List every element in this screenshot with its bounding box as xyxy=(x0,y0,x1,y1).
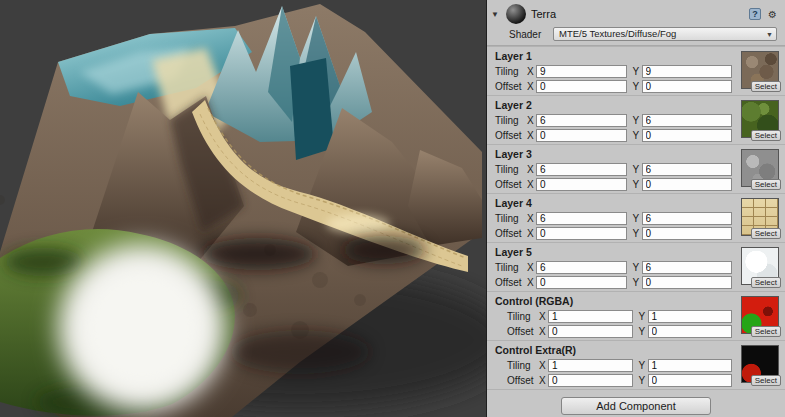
offset-label: Offset xyxy=(495,326,539,337)
layer4-tiling-y-input[interactable] xyxy=(642,212,733,225)
layer4-tiling-x-input[interactable] xyxy=(536,212,627,225)
layer-3-section: Layer 3 Tiling X Y Offset X Y xyxy=(487,144,785,193)
material-preview-sphere xyxy=(506,4,526,24)
control-rgba-offset-x-input[interactable] xyxy=(548,325,633,338)
help-icon[interactable]: ? xyxy=(749,8,761,20)
foldout-arrow-icon[interactable]: ▼ xyxy=(491,10,501,19)
control-extra-offset-y-input[interactable] xyxy=(648,374,733,387)
x-label: X xyxy=(527,262,536,273)
control-extra-tiling-y-input[interactable] xyxy=(648,359,733,372)
offset-label: Offset xyxy=(495,228,527,239)
layer3-tiling-x-input[interactable] xyxy=(536,163,627,176)
shader-label: Shader xyxy=(509,29,547,40)
terrain-render xyxy=(0,0,486,417)
x-label: X xyxy=(527,228,536,239)
layer5-offset-y-input[interactable] xyxy=(642,276,733,289)
offset-label: Offset xyxy=(495,130,527,141)
layer5-tiling-x-input[interactable] xyxy=(536,261,627,274)
y-label: Y xyxy=(633,81,642,92)
x-label: X xyxy=(527,115,536,126)
tiling-label: Tiling xyxy=(495,360,539,371)
offset-label: Offset xyxy=(495,277,527,288)
tiling-label: Tiling xyxy=(495,213,527,224)
control-title: Control Extra(R) xyxy=(489,343,738,357)
x-label: X xyxy=(527,81,536,92)
layer3-offset-y-input[interactable] xyxy=(642,178,733,191)
y-label: Y xyxy=(633,164,642,175)
control-rgba-select-button[interactable]: Select xyxy=(751,326,781,337)
layer2-select-button[interactable]: Select xyxy=(751,130,781,141)
y-label: Y xyxy=(633,213,642,224)
layer3-select-button[interactable]: Select xyxy=(751,179,781,190)
layer1-select-button[interactable]: Select xyxy=(751,81,781,92)
layer1-offset-y-input[interactable] xyxy=(642,80,733,93)
layer5-select-button[interactable]: Select xyxy=(751,277,781,288)
control-rgba-tiling-x-input[interactable] xyxy=(548,310,633,323)
control-extra-section: Control Extra(R) Tiling X Y Offset X Y xyxy=(487,340,785,389)
y-label: Y xyxy=(633,262,642,273)
x-label: X xyxy=(527,130,536,141)
shader-dropdown[interactable]: MTE/5 Textures/Diffuse/Fog ▼ xyxy=(553,27,777,41)
layer-title: Layer 3 xyxy=(489,147,738,161)
control-title: Control (RGBA) xyxy=(489,294,738,308)
control-rgba-offset-y-input[interactable] xyxy=(648,325,733,338)
layer-title: Layer 1 xyxy=(489,49,738,63)
y-label: Y xyxy=(633,130,642,141)
layer5-offset-x-input[interactable] xyxy=(536,276,627,289)
y-label: Y xyxy=(633,66,642,77)
layer-title: Layer 4 xyxy=(489,196,738,210)
scene-viewport[interactable] xyxy=(0,0,486,417)
tiling-label: Tiling xyxy=(495,164,527,175)
layer-title: Layer 2 xyxy=(489,98,738,112)
x-label: X xyxy=(539,360,548,371)
layer4-offset-y-input[interactable] xyxy=(642,227,733,240)
shader-row: Shader MTE/5 Textures/Diffuse/Fog ▼ xyxy=(487,26,785,46)
x-label: X xyxy=(527,277,536,288)
layer5-tiling-y-input[interactable] xyxy=(642,261,733,274)
offset-label: Offset xyxy=(495,81,527,92)
layer4-select-button[interactable]: Select xyxy=(751,228,781,239)
layer2-tiling-y-input[interactable] xyxy=(642,114,733,127)
y-label: Y xyxy=(633,277,642,288)
tiling-label: Tiling xyxy=(495,66,527,77)
control-rgba-tiling-y-input[interactable] xyxy=(648,310,733,323)
layer3-offset-x-input[interactable] xyxy=(536,178,627,191)
control-extra-tiling-x-input[interactable] xyxy=(548,359,633,372)
offset-label: Offset xyxy=(495,179,527,190)
x-label: X xyxy=(539,375,548,386)
gear-icon[interactable]: ⚙ xyxy=(766,8,779,21)
layer-1-section: Layer 1 Tiling X Y Offset X Y xyxy=(487,46,785,95)
x-label: X xyxy=(539,311,548,322)
layer1-tiling-y-input[interactable] xyxy=(642,65,733,78)
x-label: X xyxy=(527,213,536,224)
offset-label: Offset xyxy=(495,375,539,386)
control-extra-offset-x-input[interactable] xyxy=(548,374,633,387)
chevron-down-icon: ▼ xyxy=(766,29,773,41)
material-name: Terra xyxy=(531,8,744,20)
layer-2-section: Layer 2 Tiling X Y Offset X Y xyxy=(487,95,785,144)
layer-title: Layer 5 xyxy=(489,245,738,259)
layer1-tiling-x-input[interactable] xyxy=(536,65,627,78)
layer2-tiling-x-input[interactable] xyxy=(536,114,627,127)
y-label: Y xyxy=(633,115,642,126)
layer4-offset-x-input[interactable] xyxy=(536,227,627,240)
layer3-tiling-y-input[interactable] xyxy=(642,163,733,176)
tiling-label: Tiling xyxy=(495,311,539,322)
inspector-panel: ▼ Terra ? ⚙ Shader MTE/5 Textures/Diffus… xyxy=(486,0,785,417)
y-label: Y xyxy=(639,311,648,322)
tiling-label: Tiling xyxy=(495,262,527,273)
x-label: X xyxy=(527,66,536,77)
layer2-offset-y-input[interactable] xyxy=(642,129,733,142)
y-label: Y xyxy=(639,360,648,371)
layer1-offset-x-input[interactable] xyxy=(536,80,627,93)
y-label: Y xyxy=(639,375,648,386)
x-label: X xyxy=(539,326,548,337)
control-rgba-section: Control (RGBA) Tiling X Y Offset X Y xyxy=(487,291,785,340)
add-component-button[interactable]: Add Component xyxy=(561,397,711,415)
layer-4-section: Layer 4 Tiling X Y Offset X Y xyxy=(487,193,785,242)
y-label: Y xyxy=(633,228,642,239)
shader-dropdown-value: MTE/5 Textures/Diffuse/Fog xyxy=(559,28,676,39)
control-extra-select-button[interactable]: Select xyxy=(751,375,781,386)
layer2-offset-x-input[interactable] xyxy=(536,129,627,142)
y-label: Y xyxy=(639,326,648,337)
